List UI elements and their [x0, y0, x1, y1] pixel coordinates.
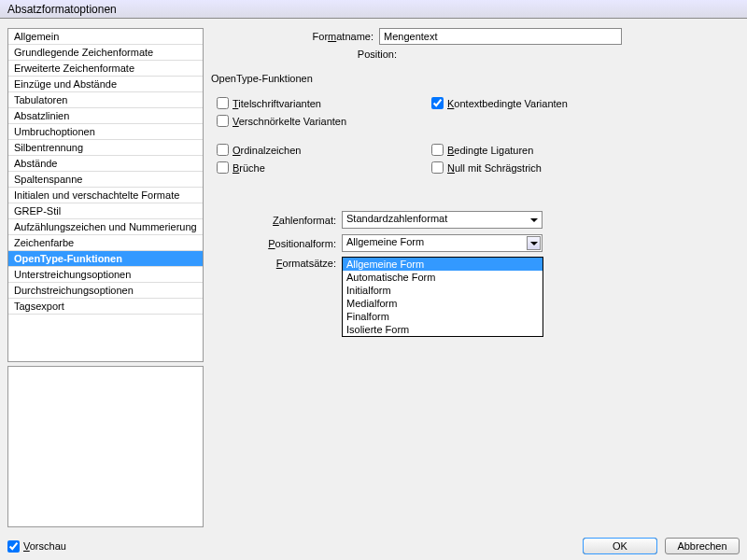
sidebar-item[interactable]: GREP-Stil — [8, 203, 203, 219]
swash-checkbox[interactable]: Verschnörkelte Varianten — [217, 115, 422, 127]
positionalform-dropdown[interactable]: Allgemeine Form — [342, 234, 543, 252]
sidebar-item[interactable]: Initialen und verschachtelte Formate — [8, 188, 203, 203]
title-bar: Absatzformatoptionen — [0, 0, 747, 19]
sidebar-item[interactable]: Unterstreichungsoptionen — [8, 267, 203, 283]
section-title: OpenType-Funktionen — [211, 73, 740, 84]
slashedzero-checkbox[interactable]: Null mit Schrägstrich — [431, 161, 637, 174]
sidebar-item[interactable]: Abstände — [8, 156, 203, 172]
dropdown-option[interactable]: Initialform — [343, 284, 543, 297]
cancel-button[interactable]: Abbrechen — [665, 538, 740, 554]
dropdown-option[interactable]: Medialform — [343, 297, 543, 310]
positionalform-options[interactable]: Allgemeine FormAutomatische FormInitialf… — [342, 257, 543, 337]
window-title: Absatzformatoptionen — [7, 3, 117, 16]
preview-area — [7, 366, 204, 527]
sidebar-item[interactable]: Silbentrennung — [8, 140, 203, 156]
sidebar-item[interactable]: Einzüge und Abstände — [8, 77, 203, 92]
numberformat-dropdown[interactable]: Standardzahlenformat — [342, 211, 543, 229]
checks-group-2: Ordinalzeichen Bedingte Ligaturen Brüche… — [217, 144, 740, 174]
sidebar-item[interactable]: Allgemein — [8, 29, 203, 45]
checks-group-1: Titelschriftvarianten Kontextbedingte Va… — [217, 97, 740, 127]
sidebar-item[interactable]: Erweiterte Zeichenformate — [8, 61, 203, 77]
chevron-down-icon — [527, 213, 541, 227]
right-panel: Formatname: Position: OpenType-Funktione… — [211, 28, 740, 527]
formatname-input[interactable] — [379, 28, 622, 45]
sidebar-item[interactable]: Grundlegende Zeichenformate — [8, 45, 203, 61]
sidebar-item[interactable]: Zeichenfarbe — [8, 235, 203, 251]
formatname-label: Formatname: — [211, 31, 379, 42]
sidebar-item[interactable]: Durchstreichungsoptionen — [8, 283, 203, 299]
sidebar-item[interactable]: OpenType-Funktionen — [8, 251, 203, 267]
preview-checkbox[interactable]: Vorschau — [7, 540, 66, 553]
contextual-checkbox[interactable]: Kontextbedingte Varianten — [431, 97, 637, 109]
position-label: Position: — [211, 49, 402, 60]
positionalform-label: Positionalform: — [211, 238, 342, 249]
disclig-checkbox[interactable]: Bedingte Ligaturen — [431, 144, 637, 156]
fraction-checkbox[interactable]: Brüche — [217, 161, 422, 174]
sidebar-item[interactable]: Tabulatoren — [8, 92, 203, 108]
formsets-label: Formatsätze: — [211, 258, 342, 269]
titling-checkbox[interactable]: Titelschriftvarianten — [217, 97, 422, 109]
dropdown-option[interactable]: Allgemeine Form — [343, 258, 543, 271]
dropdown-option[interactable]: Automatische Form — [343, 271, 543, 284]
ok-button[interactable]: OK — [583, 538, 657, 554]
sidebar-item[interactable]: Aufzählungszeichen und Nummerierung — [8, 219, 203, 235]
sidebar-item[interactable]: Absatzlinien — [8, 108, 203, 124]
dropdown-option[interactable]: Finalform — [343, 310, 543, 323]
ordinal-checkbox[interactable]: Ordinalzeichen — [217, 144, 422, 156]
numberformat-label: Zahlenformat: — [211, 215, 342, 226]
sidebar-item[interactable]: Spaltenspanne — [8, 172, 203, 188]
sidebar-item[interactable]: Umbruchoptionen — [8, 124, 203, 140]
dialog-body: AllgemeinGrundlegende ZeichenformateErwe… — [0, 19, 747, 527]
dropdown-option[interactable]: Isolierte Form — [343, 323, 543, 336]
chevron-down-icon — [527, 236, 541, 250]
left-panel: AllgemeinGrundlegende ZeichenformateErwe… — [7, 28, 204, 527]
footer: Vorschau OK Abbrechen — [7, 538, 740, 554]
sidebar-item[interactable]: Tagsexport — [8, 299, 203, 315]
sidebar: AllgemeinGrundlegende ZeichenformateErwe… — [7, 28, 204, 362]
